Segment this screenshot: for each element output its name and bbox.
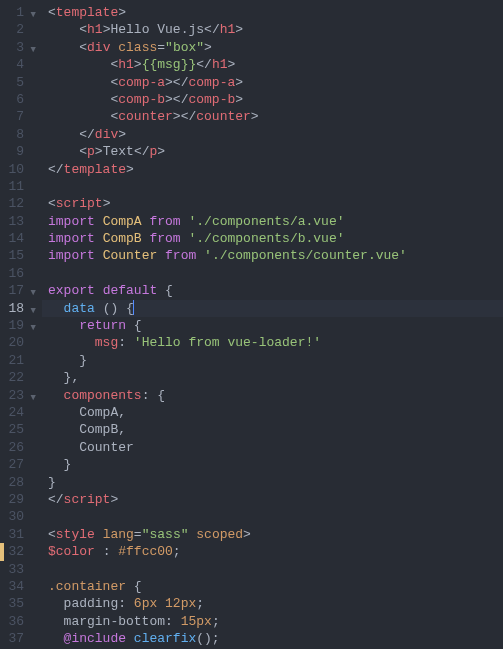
code-line[interactable]: data () { [42, 300, 503, 317]
code-line[interactable]: Counter [42, 439, 503, 456]
token-text [126, 631, 134, 646]
token-punc: > [227, 57, 235, 72]
code-line[interactable]: } [42, 456, 503, 473]
code-line[interactable]: $color : #ffcc00; [42, 543, 503, 560]
token-punc: ; [173, 544, 181, 559]
token-text [173, 614, 181, 629]
token-punc: < [48, 527, 56, 542]
line-number: 31 [4, 526, 34, 543]
token-num: #ffcc00 [118, 544, 173, 559]
token-tag: script [56, 196, 103, 211]
code-line[interactable]: <counter></counter> [42, 108, 503, 125]
code-line[interactable]: import Counter from './components/counte… [42, 247, 503, 264]
code-line[interactable]: </template> [42, 161, 503, 178]
code-line[interactable]: CompA, [42, 404, 503, 421]
token-text [126, 579, 134, 594]
code-line[interactable] [42, 561, 503, 578]
line-number: 32 [4, 543, 34, 560]
token-punc: > [126, 162, 134, 177]
code-area[interactable]: <template> <h1>Hello Vue.js</h1> <div cl… [42, 0, 503, 649]
token-punc: { [134, 579, 142, 594]
token-punc: </ [48, 492, 64, 507]
token-punc: > [118, 5, 126, 20]
code-line[interactable]: <template> [42, 4, 503, 21]
line-number: 22 [4, 369, 34, 386]
token-tag: comp-b [118, 92, 165, 107]
code-line[interactable] [42, 265, 503, 282]
line-number: 24 [4, 404, 34, 421]
token-punc: = [157, 40, 165, 55]
line-number: 18▼ [4, 300, 34, 317]
line-number: 6 [4, 91, 34, 108]
code-editor[interactable]: 1▼23▼4567891011121314151617▼18▼19▼202122… [0, 0, 503, 649]
token-punc: { [157, 388, 165, 403]
code-line[interactable]: padding: 6px 12px; [42, 595, 503, 612]
token-text: padding [64, 596, 119, 611]
token-punc: ; [196, 596, 204, 611]
code-line[interactable]: </div> [42, 126, 503, 143]
code-line[interactable]: <comp-b></comp-b> [42, 91, 503, 108]
token-punc: > [110, 492, 118, 507]
token-punc: > [235, 22, 243, 37]
code-line[interactable]: <comp-a></comp-a> [42, 74, 503, 91]
code-line[interactable]: <p>Text</p> [42, 143, 503, 160]
code-line[interactable]: }, [42, 369, 503, 386]
code-line[interactable]: return { [42, 317, 503, 334]
token-text [95, 544, 103, 559]
code-line[interactable]: @include clearfix(); [42, 630, 503, 647]
token-tag: script [64, 492, 111, 507]
token-punc: { [134, 318, 142, 333]
token-punc: > [243, 527, 251, 542]
token-text: CompA, [79, 405, 126, 420]
token-kw: export [48, 283, 95, 298]
code-line[interactable]: <h1>{{msg}}</h1> [42, 56, 503, 73]
code-line[interactable]: .container { [42, 578, 503, 595]
code-line[interactable]: components: { [42, 387, 503, 404]
line-number: 30 [4, 508, 34, 525]
line-number: 14 [4, 230, 34, 247]
token-punc: () [103, 301, 119, 316]
code-line[interactable]: <style lang="sass" scoped> [42, 526, 503, 543]
code-line[interactable]: export default { [42, 282, 503, 299]
code-line[interactable] [42, 508, 503, 525]
token-punc: : [118, 335, 126, 350]
code-line[interactable]: } [42, 352, 503, 369]
token-punc: < [79, 144, 87, 159]
token-text [126, 596, 134, 611]
line-number: 33 [4, 561, 34, 578]
code-line[interactable]: <h1>Hello Vue.js</h1> [42, 21, 503, 38]
token-prop: msg [95, 335, 118, 350]
token-tag: comp-a [118, 75, 165, 90]
token-text [126, 335, 134, 350]
token-fn: clearfix [134, 631, 196, 646]
token-attr: class [118, 40, 157, 55]
code-line[interactable]: </script> [42, 491, 503, 508]
token-attr: .container [48, 579, 126, 594]
code-line[interactable] [42, 178, 503, 195]
token-text: Counter [79, 440, 134, 455]
code-line[interactable]: margin-bottom: 15px; [42, 613, 503, 630]
token-punc: }, [64, 370, 80, 385]
line-number: 23▼ [4, 387, 34, 404]
line-number: 3▼ [4, 39, 34, 56]
line-number: 1▼ [4, 4, 34, 21]
code-line[interactable]: import CompB from './components/b.vue' [42, 230, 503, 247]
token-punc: } [64, 457, 72, 472]
line-number: 9 [4, 143, 34, 160]
code-line[interactable]: msg: 'Hello from vue-loader!' [42, 334, 503, 351]
token-punc: > [235, 92, 243, 107]
token-text [157, 248, 165, 263]
code-line[interactable]: CompB, [42, 421, 503, 438]
code-line[interactable]: <div class="box"> [42, 39, 503, 56]
token-str: 'Hello from vue-loader!' [134, 335, 321, 350]
token-fn: data [64, 301, 95, 316]
token-punc: </ [79, 127, 95, 142]
line-number: 2 [4, 21, 34, 38]
token-tag: h1 [220, 22, 236, 37]
code-line[interactable]: } [42, 474, 503, 491]
code-line[interactable]: import CompA from './components/a.vue' [42, 213, 503, 230]
line-number: 21 [4, 352, 34, 369]
token-tag: template [64, 162, 126, 177]
code-line[interactable]: <script> [42, 195, 503, 212]
token-text [95, 231, 103, 246]
